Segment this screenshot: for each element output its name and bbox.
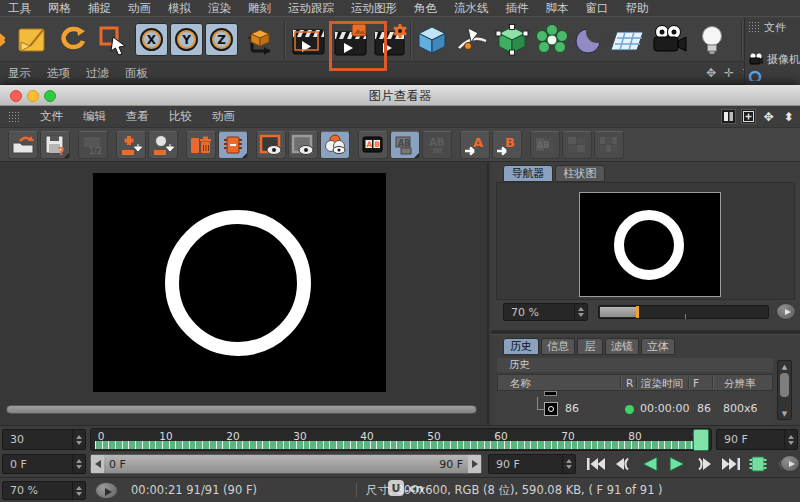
menu-mograph[interactable]: 运动图形	[351, 1, 397, 16]
spinner-steppers[interactable]	[574, 304, 587, 320]
ram-player-button[interactable]	[744, 455, 771, 473]
status-zoom-spinner[interactable]: 70 %	[2, 481, 86, 500]
menu-plugins[interactable]: 插件	[506, 1, 529, 16]
go-to-start-button[interactable]	[582, 455, 609, 473]
tab-info[interactable]: 信息	[541, 338, 575, 355]
spinner-steppers[interactable]	[784, 430, 797, 449]
menu-motion-tracker[interactable]: 运动跟踪	[288, 1, 334, 16]
frame-selected-icon[interactable]	[13, 22, 51, 58]
tab-layer[interactable]: 层	[577, 338, 603, 355]
navigator-zoom-spinner[interactable]: 70 %	[503, 303, 588, 321]
mograph-cloner-icon[interactable]	[533, 22, 571, 58]
menu-render[interactable]: 渲染	[208, 1, 231, 16]
viewer-menu-animation[interactable]: 动画	[212, 109, 235, 124]
menubar-grip[interactable]	[8, 111, 20, 123]
add-cube-icon[interactable]	[413, 22, 451, 58]
open-file-button[interactable]	[8, 131, 38, 159]
col-resolution[interactable]: 分辨率	[724, 377, 756, 391]
preview-range-slider[interactable]: 0 F 90 F	[90, 454, 482, 474]
compare-mode-2-button[interactable]	[562, 131, 592, 159]
menu-script[interactable]: 脚本	[546, 1, 569, 16]
tab-histogram[interactable]: 柱状图	[555, 165, 605, 182]
col-r[interactable]: R	[626, 377, 633, 389]
horizontal-scrollbar[interactable]	[6, 405, 477, 414]
rectangle-select-icon[interactable]	[94, 22, 132, 58]
panel-grip[interactable]	[748, 21, 760, 33]
image-viewport[interactable]	[0, 162, 489, 425]
vp-menu-options[interactable]: 选项	[47, 66, 70, 81]
menu-help[interactable]: 帮助	[626, 1, 649, 16]
set-as-a-button[interactable]: A	[460, 131, 490, 159]
range-start-handle[interactable]	[91, 455, 104, 473]
show-multipass-button[interactable]	[320, 131, 350, 159]
go-to-end-button[interactable]	[717, 455, 744, 473]
menu-sculpt[interactable]: 雕刻	[248, 1, 271, 16]
ab-compare-button[interactable]: AB	[358, 131, 388, 159]
cache-frames-button[interactable]	[116, 131, 146, 159]
end-frame-spinner[interactable]: 90 F	[716, 429, 798, 450]
floor-environment-icon[interactable]	[609, 22, 647, 58]
menu-character[interactable]: 角色	[414, 1, 437, 16]
tab-history[interactable]: 历史	[503, 338, 539, 355]
play-backward-button[interactable]	[636, 455, 663, 473]
add-deformer-cube-icon[interactable]	[493, 22, 531, 58]
spinner-steppers[interactable]	[72, 455, 85, 473]
navigator-thumbnail[interactable]	[579, 192, 721, 297]
fps-spinner[interactable]: 30	[2, 429, 86, 450]
zoom-view-icon[interactable]: ✛	[724, 66, 734, 80]
menu-tools[interactable]: 工具	[8, 1, 31, 16]
ab-overlay-compare-button[interactable]: AB	[422, 131, 452, 159]
coordinate-system-icon[interactable]	[241, 22, 279, 58]
cache-single-button[interactable]	[148, 131, 178, 159]
col-frame[interactable]: F	[693, 377, 699, 389]
vp-menu-display[interactable]: 显示	[8, 66, 31, 81]
show-image-a-button[interactable]	[256, 131, 286, 159]
om-file-menu[interactable]: 文件	[764, 20, 786, 35]
om-camera-item[interactable]: 摄像机	[767, 52, 800, 67]
previous-frame-button[interactable]	[609, 455, 636, 473]
menu-simulate[interactable]: 模拟	[168, 1, 191, 16]
menu-snap[interactable]: 捕捉	[88, 1, 111, 16]
compare-mode-3-button[interactable]	[594, 131, 624, 159]
show-image-b-button[interactable]	[288, 131, 318, 159]
viewer-menu-edit[interactable]: 编辑	[83, 109, 106, 124]
viewer-menu-compare[interactable]: 比较	[169, 109, 192, 124]
slider-marker[interactable]	[636, 306, 639, 318]
tab-navigator[interactable]: 导航器	[503, 165, 553, 182]
scrollbar-up-arrow[interactable]: ▲	[778, 361, 791, 372]
scale-panel-icon[interactable]: ⬍	[781, 109, 796, 124]
col-render-time[interactable]: 渲染时间	[641, 377, 683, 391]
history-row[interactable]: 86 00:00:00 86 800x6	[497, 397, 773, 421]
history-scrollbar[interactable]: ▲ ▼	[777, 360, 792, 420]
menu-pipeline[interactable]: 流水线	[454, 1, 489, 16]
render-view-icon[interactable]	[290, 22, 328, 58]
navigator-zoom-slider[interactable]	[598, 305, 769, 319]
menu-window[interactable]: 窗口	[586, 1, 609, 16]
menu-animate[interactable]: 动画	[128, 1, 151, 16]
ab-split-compare-button[interactable]: AB	[390, 131, 420, 159]
goto-frame-spinner[interactable]: 90 F	[488, 454, 576, 474]
play-forward-button[interactable]	[663, 455, 690, 473]
compare-mode-1-button[interactable]: AB	[530, 131, 560, 159]
vp-menu-filter[interactable]: 过滤	[86, 66, 109, 81]
menu-mesh[interactable]: 网格	[48, 1, 71, 16]
transport-menu-button[interactable]	[780, 455, 800, 472]
tab-filter[interactable]: 滤镜	[605, 338, 639, 355]
lock-y-axis-button[interactable]: Y	[170, 23, 203, 56]
set-as-b-button[interactable]: B	[492, 131, 522, 159]
add-spline-pen-icon[interactable]	[453, 22, 491, 58]
navigator-menu-button[interactable]	[776, 303, 796, 320]
tab-stereo[interactable]: 立体	[641, 338, 675, 355]
light-icon[interactable]	[693, 22, 731, 58]
lock-x-axis-button[interactable]: X	[135, 23, 168, 56]
history-parent-thumb-partial[interactable]	[544, 391, 557, 396]
panel-divider[interactable]	[491, 330, 800, 335]
save-file-button[interactable]: ?	[40, 131, 70, 159]
scrollbar-thumb[interactable]	[780, 373, 789, 397]
deformer-bend-icon[interactable]	[571, 22, 609, 58]
spinner-steppers[interactable]	[72, 482, 85, 499]
viewer-titlebar[interactable]: 图片查看器	[0, 85, 800, 106]
timeline-playhead[interactable]	[693, 429, 709, 451]
move-panel-icon[interactable]: ✥	[761, 109, 776, 124]
camera-icon[interactable]	[651, 22, 689, 58]
